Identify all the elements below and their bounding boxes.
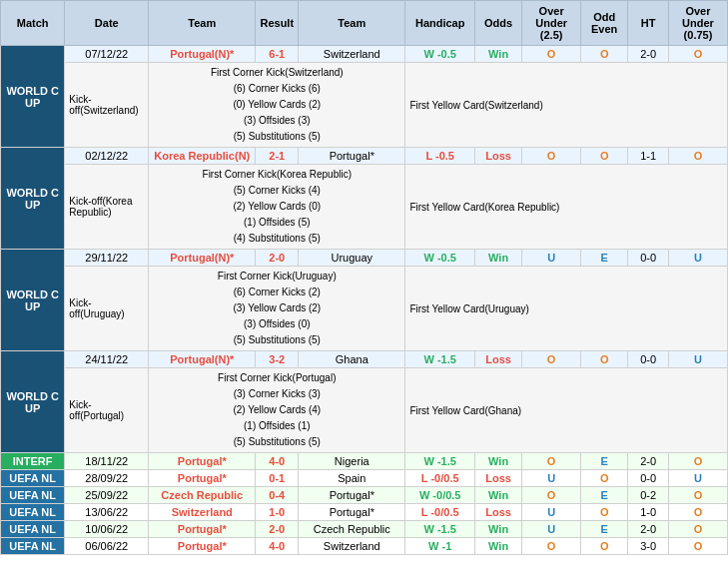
detail-yellow-card: First Yellow Card(Korea Republic) (405, 165, 728, 250)
col-date: Date (65, 1, 149, 46)
match-score: 2-1 (256, 148, 299, 165)
odd-even-value: O (581, 351, 628, 368)
detail-corner-yellow: First Corner Kick(Switzerland)(6) Corner… (149, 63, 405, 148)
ht-score: 1-0 (628, 504, 669, 521)
odd-even-value: E (581, 250, 628, 267)
detail-kickoff: Kick-off(Korea Republic) (65, 165, 149, 250)
team1-name: Portugal(N)* (149, 351, 256, 368)
competition-label: WORLD C UP (1, 148, 65, 250)
match-score: 0-1 (256, 470, 299, 487)
competition-label: UEFA NL (1, 504, 65, 521)
handicap-value: L -0/0.5 (405, 504, 475, 521)
team1-name: Czech Republic (149, 487, 256, 504)
competition-label: WORLD C UP (1, 46, 65, 148)
odds-value: Loss (475, 504, 522, 521)
handicap-value: W -1.5 (405, 521, 475, 538)
match-date: 25/09/22 (65, 487, 149, 504)
team2-name: Czech Republic (299, 521, 405, 538)
over-under2-value: O (668, 453, 727, 470)
over-under2-value: O (668, 504, 727, 521)
odd-even-value: E (581, 487, 628, 504)
match-score: 6-1 (256, 46, 299, 63)
match-score: 4-0 (256, 538, 299, 555)
team2-name: Uruguay (299, 250, 405, 267)
over-under2-value: U (668, 351, 727, 368)
list-item: UEFA NL 10/06/22 Portugal* 2-0 Czech Rep… (1, 521, 728, 538)
team1-name: Portugal(N)* (149, 250, 256, 267)
over-under-value: O (522, 46, 581, 63)
odd-even-value: E (581, 521, 628, 538)
team2-name: Portugal* (299, 148, 405, 165)
detail-yellow-card: First Yellow Card(Uruguay) (405, 267, 728, 351)
handicap-value: W -0.5 (405, 46, 475, 63)
odds-value: Loss (475, 148, 522, 165)
ht-score: 2-0 (628, 453, 669, 470)
odds-value: Loss (475, 470, 522, 487)
team1-name: Korea Republic(N) (149, 148, 256, 165)
col-ht: HT (628, 1, 669, 46)
handicap-value: W -0.5 (405, 250, 475, 267)
handicap-value: W -1.5 (405, 453, 475, 470)
over-under-value: U (522, 521, 581, 538)
match-score: 3-2 (256, 351, 299, 368)
team1-name: Portugal(N)* (149, 46, 256, 63)
detail-corner-yellow: First Corner Kick(Korea Republic)(5) Cor… (149, 165, 405, 250)
col-odds: Odds (475, 1, 522, 46)
over-under-value: O (522, 351, 581, 368)
odd-even-value: O (581, 46, 628, 63)
competition-label: WORLD C UP (1, 250, 65, 351)
over-under2-value: U (668, 250, 727, 267)
match-date: 13/06/22 (65, 504, 149, 521)
odd-even-value: O (581, 470, 628, 487)
list-item: UEFA NL 25/09/22 Czech Republic 0-4 Port… (1, 487, 728, 504)
team2-name: Portugal* (299, 504, 405, 521)
team1-name: Portugal* (149, 453, 256, 470)
col-team2: Team (299, 1, 405, 46)
match-date: 02/12/22 (65, 148, 149, 165)
competition-row: WORLD C UP 07/12/22 Portugal(N)* 6-1 Swi… (1, 46, 728, 63)
odds-value: Win (475, 521, 522, 538)
list-item: INTERF 18/11/22 Portugal* 4-0 Nigeria W … (1, 453, 728, 470)
over-under2-value: O (668, 538, 727, 555)
competition-row: WORLD C UP 24/11/22 Portugal(N)* 3-2 Gha… (1, 351, 728, 368)
over-under-value: O (522, 538, 581, 555)
over-under2-value: O (668, 521, 727, 538)
match-date: 24/11/22 (65, 351, 149, 368)
list-item: UEFA NL 06/06/22 Portugal* 4-0 Switzerla… (1, 538, 728, 555)
ht-score: 0-0 (628, 470, 669, 487)
col-over-under-075: Over Under (0.75) (668, 1, 727, 46)
col-handicap: Handicap (405, 1, 475, 46)
col-result: Result (256, 1, 299, 46)
match-date: 07/12/22 (65, 46, 149, 63)
ht-score: 0-0 (628, 351, 669, 368)
handicap-value: W -1 (405, 538, 475, 555)
match-score: 2-0 (256, 250, 299, 267)
match-date: 29/11/22 (65, 250, 149, 267)
team2-name: Nigeria (299, 453, 405, 470)
team2-name: Portugal* (299, 487, 405, 504)
detail-row: Kick-off(Switzerland) First Corner Kick(… (1, 63, 728, 148)
detail-yellow-card: First Yellow Card(Switzerland) (405, 63, 728, 148)
match-date: 18/11/22 (65, 453, 149, 470)
over-under-value: O (522, 148, 581, 165)
over-under-value: U (522, 470, 581, 487)
odds-value: Win (475, 46, 522, 63)
handicap-value: L -0/0.5 (405, 470, 475, 487)
detail-corner-yellow: First Corner Kick(Uruguay)(6) Corner Kic… (149, 267, 405, 351)
team2-name: Ghana (299, 351, 405, 368)
over-under-value: U (522, 504, 581, 521)
competition-label: UEFA NL (1, 487, 65, 504)
team1-name: Portugal* (149, 538, 256, 555)
match-score: 0-4 (256, 487, 299, 504)
ht-score: 2-0 (628, 46, 669, 63)
ht-score: 3-0 (628, 538, 669, 555)
detail-row: Kick-off(Korea Republic) First Corner Ki… (1, 165, 728, 250)
col-odd-even: Odd Even (581, 1, 628, 46)
detail-row: Kick-off(Uruguay) First Corner Kick(Urug… (1, 267, 728, 351)
handicap-value: L -0.5 (405, 148, 475, 165)
competition-label: INTERF (1, 453, 65, 470)
list-item: UEFA NL 13/06/22 Switzerland 1-0 Portuga… (1, 504, 728, 521)
match-date: 28/09/22 (65, 470, 149, 487)
team1-name: Portugal* (149, 470, 256, 487)
odds-value: Loss (475, 351, 522, 368)
